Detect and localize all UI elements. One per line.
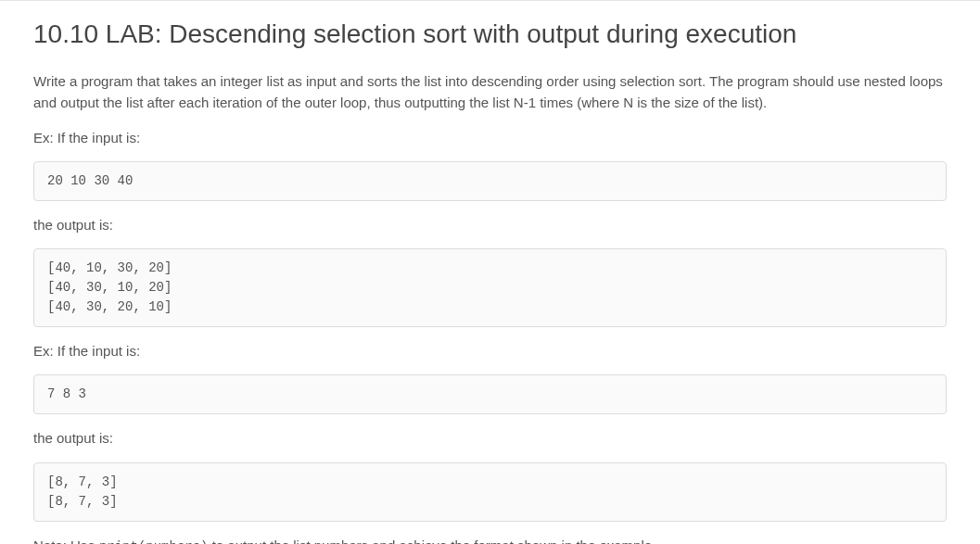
lab-content: 10.10 LAB: Descending selection sort wit…: [0, 18, 980, 544]
intro-paragraph: Write a program that takes an integer li…: [33, 70, 947, 114]
example2-output-code: [8, 7, 3] [8, 7, 3]: [33, 462, 947, 522]
example2-input-code: 7 8 3: [33, 374, 947, 414]
example1-input-label: Ex: If the input is:: [33, 127, 947, 148]
note-paragraph: Note: Use print(numbers) to output the l…: [33, 535, 947, 545]
note-inline-code: print(numbers): [99, 539, 209, 545]
example1-output-label: the output is:: [33, 214, 947, 235]
example2-output-label: the output is:: [33, 427, 947, 449]
note-prefix: Note: Use: [33, 538, 99, 545]
example2-input-label: Ex: If the input is:: [33, 340, 947, 361]
note-suffix: to output the list numbers and achieve t…: [209, 538, 656, 545]
page-title: 10.10 LAB: Descending selection sort wit…: [33, 18, 947, 50]
example1-output-code: [40, 10, 30, 20] [40, 30, 10, 20] [40, 3…: [33, 248, 947, 327]
example1-input-code: 20 10 30 40: [33, 161, 947, 201]
